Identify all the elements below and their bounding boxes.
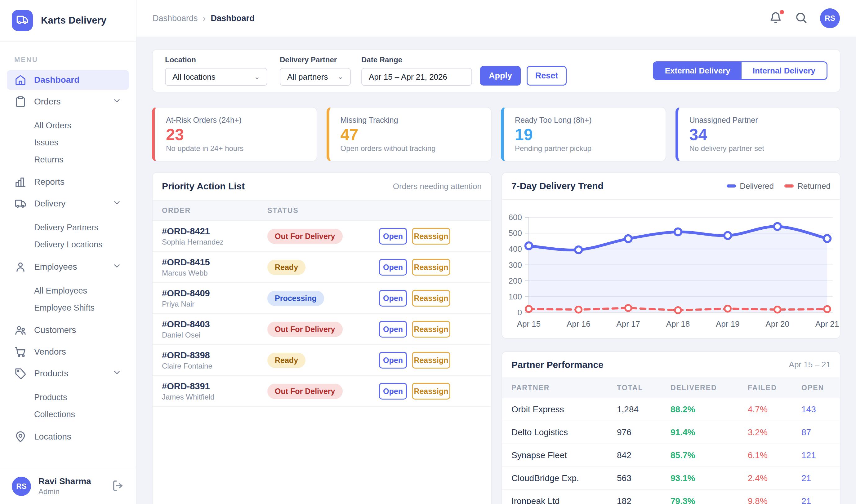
partner-open-link[interactable]: 21	[801, 496, 831, 504]
open-button[interactable]: Open	[379, 383, 407, 399]
sidebar-item-label: Employees	[34, 262, 77, 272]
sidebar-item-delivery-partners[interactable]: Delivery Partners	[7, 219, 129, 236]
kpi-value: 34	[689, 126, 829, 143]
sidebar-item-locations[interactable]: Locations	[7, 427, 129, 447]
menu-section-label: MENU	[14, 56, 136, 64]
order-id: #ORD-8421	[162, 226, 267, 236]
content: Location All locations ⌄ Delivery Partne…	[137, 37, 856, 504]
open-button[interactable]: Open	[379, 259, 407, 275]
truck-icon	[14, 197, 27, 210]
sidebar-item-all-employees[interactable]: All Employees	[7, 282, 129, 300]
reassign-button[interactable]: Reassign	[412, 290, 450, 307]
sidebar-item-employees[interactable]: Employees	[7, 257, 129, 277]
sidebar-user: RS Ravi Sharma Admin	[0, 468, 136, 504]
table-row: Orbit Express 1,284 88.2% 4.7% 143	[502, 398, 840, 421]
column-header-failed: FAILED	[748, 384, 801, 392]
svg-text:Apr 16: Apr 16	[566, 319, 591, 328]
apply-button[interactable]: Apply	[480, 66, 521, 86]
status-badge: Ready	[267, 353, 305, 368]
sidebar-item-collections[interactable]: Collections	[7, 406, 129, 423]
user-role: Admin	[38, 487, 91, 496]
status-badge: Out For Delivery	[267, 384, 343, 399]
user-icon	[14, 261, 27, 273]
date-range-input[interactable]: Apr 15 – Apr 21, 2026	[361, 68, 472, 86]
sidebar-item-products[interactable]: Products	[7, 364, 129, 383]
legend-delivered-swatch	[727, 184, 736, 187]
sidebar-item-vendors[interactable]: Vendors	[7, 342, 129, 362]
partner-columns: PARTNER TOTAL DELIVERED FAILED OPEN	[502, 378, 840, 398]
priority-title: Priority Action List	[162, 181, 245, 192]
customer-name: Priya Nair	[162, 300, 267, 308]
sidebar-item-issues[interactable]: Issues	[7, 134, 129, 151]
kpi-missing-tracking: Missing Tracking 47 Open orders without …	[327, 107, 492, 162]
sidebar-item-dashboard[interactable]: Dashboard	[7, 70, 129, 90]
brand-logo	[12, 10, 33, 31]
reassign-button[interactable]: Reassign	[412, 383, 450, 399]
reassign-button[interactable]: Reassign	[412, 259, 450, 275]
reassign-button[interactable]: Reassign	[412, 352, 450, 368]
sidebar-item-label: Customers	[34, 325, 76, 335]
sidebar-item-employee-shifts[interactable]: Employee Shifts	[7, 300, 129, 317]
kpi-title: Unassigned Partner	[689, 115, 829, 125]
legend-returned-swatch	[784, 184, 794, 187]
open-button[interactable]: Open	[379, 352, 407, 368]
partner-open-link[interactable]: 21	[801, 473, 831, 483]
partner-open-link[interactable]: 121	[801, 450, 831, 460]
status-badge: Ready	[267, 260, 305, 275]
sidebar-item-products-sub[interactable]: Products	[7, 389, 129, 406]
logout-icon[interactable]	[112, 480, 124, 493]
table-row: #ORD-8415Marcus Webb Ready OpenReassign	[153, 252, 491, 283]
svg-text:Apr 18: Apr 18	[666, 319, 690, 328]
open-button[interactable]: Open	[379, 321, 407, 338]
breadcrumb-parent[interactable]: Dashboards	[153, 14, 198, 23]
reassign-button[interactable]: Reassign	[412, 228, 450, 245]
sidebar-item-delivery-locations[interactable]: Delivery Locations	[7, 236, 129, 253]
location-select[interactable]: All locations ⌄	[165, 68, 267, 86]
partner-delivered: 88.2%	[670, 404, 748, 414]
partner-open-link[interactable]: 143	[801, 404, 831, 414]
partner-delivered: 85.7%	[670, 450, 748, 460]
reset-button[interactable]: Reset	[527, 66, 566, 86]
partner-select[interactable]: All partners ⌄	[280, 68, 351, 86]
partner-open-link[interactable]: 87	[801, 428, 831, 437]
table-row: #ORD-8403Daniel Osei Out For Delivery Op…	[153, 314, 491, 345]
customer-name: Claire Fontaine	[162, 362, 267, 371]
legend-returned-label: Returned	[798, 181, 831, 191]
notifications-button[interactable]	[769, 11, 782, 25]
internal-delivery-tab[interactable]: Internal Delivery	[741, 62, 826, 79]
svg-text:Apr 20: Apr 20	[765, 319, 789, 328]
external-delivery-tab[interactable]: External Delivery	[654, 62, 741, 79]
map-pin-icon	[14, 431, 27, 443]
partner-failed: 3.2%	[748, 428, 801, 437]
notification-dot	[780, 10, 784, 14]
sidebar-item-reports[interactable]: Reports	[7, 172, 129, 192]
sidebar-item-orders[interactable]: Orders	[7, 92, 129, 112]
avatar[interactable]: RS	[12, 477, 31, 496]
order-id: #ORD-8398	[162, 350, 267, 360]
svg-text:Apr 19: Apr 19	[716, 319, 740, 328]
sidebar-item-returns[interactable]: Returns	[7, 151, 129, 168]
table-row: #ORD-8398Claire Fontaine Ready OpenReass…	[153, 345, 491, 376]
right-column: 7-Day Delivery Trend Delivered Returned …	[502, 172, 840, 504]
open-button[interactable]: Open	[379, 228, 407, 245]
table-row: Delto Logistics 976 91.4% 3.2% 87	[502, 421, 840, 444]
chevron-down-icon: ⌄	[332, 73, 343, 81]
kpi-value: 23	[166, 126, 305, 143]
partner-value: All partners	[287, 72, 328, 82]
sidebar-item-delivery[interactable]: Delivery	[7, 194, 129, 214]
reassign-button[interactable]: Reassign	[412, 321, 450, 338]
kpi-value: 19	[515, 126, 654, 143]
kpi-row: At-Risk Orders (24h+) 23 No update in 24…	[152, 107, 840, 162]
open-button[interactable]: Open	[379, 290, 407, 307]
partner-total: 976	[617, 428, 670, 437]
priority-subtitle: Orders needing attention	[393, 182, 482, 191]
sidebar-item-label: Locations	[34, 432, 71, 442]
partner-total: 1,284	[617, 404, 670, 414]
sidebar-item-customers[interactable]: Customers	[7, 320, 129, 340]
cart-icon	[14, 346, 27, 358]
avatar[interactable]: RS	[820, 8, 840, 28]
partner-failed: 9.8%	[748, 496, 801, 504]
search-button[interactable]	[794, 11, 808, 25]
svg-text:400: 400	[509, 244, 522, 254]
sidebar-item-all-orders[interactable]: All Orders	[7, 117, 129, 134]
